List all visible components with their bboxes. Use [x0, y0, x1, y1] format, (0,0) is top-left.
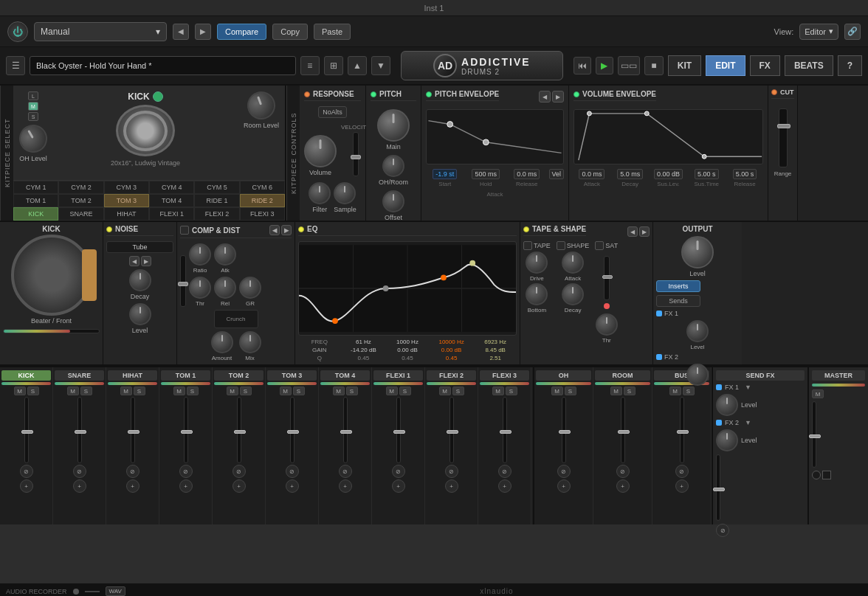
- rewind-btn[interactable]: ⏮: [574, 57, 591, 74]
- noise-decay-knob[interactable]: [129, 269, 151, 291]
- kit-item-tom1[interactable]: TOM 1: [13, 194, 58, 207]
- tom3-add-btn[interactable]: +: [286, 479, 299, 493]
- tom3-mute-btn[interactable]: M: [280, 387, 292, 395]
- sample-knob[interactable]: [334, 182, 356, 204]
- bus-bottom-btn[interactable]: ⊘: [675, 465, 689, 478]
- oh-strip-label[interactable]: OH: [536, 370, 591, 381]
- mix-knob[interactable]: [239, 331, 261, 353]
- kit-item-cym1[interactable]: CYM 1: [13, 181, 58, 194]
- master-mute-btn[interactable]: M: [812, 389, 824, 398]
- tom4-strip-label[interactable]: TOM 4: [320, 370, 370, 381]
- tom4-mute-btn[interactable]: M: [333, 387, 345, 395]
- hihat-strip-label[interactable]: HIHAT: [108, 370, 157, 381]
- thr2-knob[interactable]: [596, 313, 618, 336]
- comp-fader-track[interactable]: [180, 255, 186, 307]
- bus-add-btn[interactable]: +: [675, 479, 689, 493]
- bus-fader-track[interactable]: [680, 397, 684, 463]
- kit-item-cym6[interactable]: CYM 6: [240, 181, 285, 194]
- oh-mute-btn[interactable]: M: [551, 387, 563, 395]
- kick-solo-btn[interactable]: S: [27, 387, 39, 395]
- tab-beats[interactable]: BEATS: [785, 55, 833, 76]
- no-alts-button[interactable]: NoAlts: [318, 106, 347, 118]
- tom4-fader-track[interactable]: [343, 397, 348, 463]
- kit-item-snare[interactable]: SNARE: [58, 207, 103, 221]
- noise-prev[interactable]: ◀: [129, 256, 140, 266]
- flexi2-add-btn[interactable]: +: [445, 479, 458, 493]
- offset-knob[interactable]: [382, 190, 404, 212]
- play-btn[interactable]: ▶: [596, 57, 613, 74]
- oh-fader-track[interactable]: [562, 397, 566, 463]
- flexi3-add-btn[interactable]: +: [498, 479, 512, 493]
- oh-level-knob[interactable]: [14, 119, 52, 158]
- preset-name-box[interactable]: Black Oyster - Hold Your Hand *: [30, 56, 296, 75]
- room-add-btn[interactable]: +: [616, 479, 630, 493]
- kick-fader-track[interactable]: [24, 397, 29, 463]
- tom1-fader-track[interactable]: [184, 397, 188, 463]
- attack2-knob[interactable]: [562, 252, 584, 274]
- snare-strip-label[interactable]: SNARE: [55, 370, 104, 381]
- tom1-add-btn[interactable]: +: [179, 479, 193, 493]
- kit-item-cym3[interactable]: CYM 3: [104, 181, 149, 194]
- flexi3-bottom-btn[interactable]: ⊘: [498, 465, 512, 478]
- hihat-add-btn[interactable]: +: [126, 479, 140, 493]
- tom4-solo-btn[interactable]: S: [346, 387, 358, 395]
- link-button[interactable]: 🔗: [844, 24, 861, 40]
- noise-next[interactable]: ▶: [141, 256, 151, 266]
- tom3-fader-track[interactable]: [290, 397, 294, 463]
- fx2-level-knob[interactable]: [686, 364, 709, 386]
- bus-mute-btn[interactable]: M: [669, 387, 681, 395]
- tab-help[interactable]: ?: [838, 55, 862, 76]
- sat-indicator[interactable]: [604, 303, 610, 309]
- thr-knob[interactable]: [189, 277, 211, 299]
- audio-rec-dot[interactable]: [73, 589, 79, 595]
- decay2-knob[interactable]: [562, 283, 584, 305]
- noise-level-knob[interactable]: [129, 303, 151, 325]
- stop-btn[interactable]: ■: [644, 56, 664, 75]
- amount-knob[interactable]: [211, 331, 233, 353]
- flexi3-mute-btn[interactable]: M: [492, 387, 504, 395]
- tab-fx[interactable]: FX: [750, 55, 780, 76]
- flexi2-mute-btn[interactable]: M: [439, 387, 451, 395]
- bus-solo-btn[interactable]: S: [683, 387, 695, 395]
- kit-item-flexi3[interactable]: FLEXI 3: [240, 207, 285, 221]
- compare-button[interactable]: Compare: [217, 24, 266, 40]
- nav-back-button[interactable]: ◀: [173, 24, 189, 40]
- flexi1-strip-label[interactable]: FLEXI 1: [373, 370, 423, 381]
- send-fx-label[interactable]: SEND FX: [716, 370, 805, 381]
- snare-mute-btn[interactable]: M: [67, 387, 79, 395]
- flexi1-fader-track[interactable]: [396, 397, 401, 463]
- master-strip-label[interactable]: MASTER: [812, 370, 865, 381]
- tom3-bottom-btn[interactable]: ⊘: [286, 465, 299, 478]
- shape-checkbox[interactable]: [557, 241, 565, 250]
- loop-btn[interactable]: ▭▭: [618, 56, 640, 75]
- tab-kit[interactable]: KIT: [668, 55, 701, 76]
- fx2-led[interactable]: [656, 354, 662, 360]
- output-level-knob[interactable]: [681, 236, 714, 268]
- room-mute-btn[interactable]: M: [610, 387, 622, 395]
- kit-item-flexi2[interactable]: FLEXI 2: [194, 207, 239, 221]
- tom2-add-btn[interactable]: +: [232, 479, 246, 493]
- tom2-mute-btn[interactable]: M: [227, 387, 238, 395]
- pitch-env-next[interactable]: ▶: [552, 91, 564, 103]
- master-lock-btn[interactable]: [822, 471, 831, 479]
- tape-checkbox[interactable]: [523, 241, 532, 250]
- tom1-solo-btn[interactable]: S: [187, 387, 199, 395]
- flexi1-solo-btn[interactable]: S: [399, 387, 411, 395]
- snare-fader-track[interactable]: [78, 397, 82, 463]
- kit-item-kick[interactable]: KICK: [13, 207, 58, 221]
- hihat-solo-btn[interactable]: S: [134, 387, 145, 395]
- flexi3-strip-label[interactable]: FLEXI 3: [480, 370, 529, 381]
- gr-knob[interactable]: [239, 277, 261, 299]
- oh-add-btn[interactable]: +: [557, 479, 571, 493]
- oh-solo-btn[interactable]: S: [565, 387, 576, 395]
- snare-solo-btn[interactable]: S: [80, 387, 92, 395]
- tab-edit[interactable]: EDIT: [706, 55, 745, 76]
- next-btn[interactable]: ▼: [371, 56, 390, 75]
- copy-button[interactable]: Copy: [272, 24, 308, 40]
- comp-prev[interactable]: ◀: [269, 225, 280, 235]
- master-fader-track[interactable]: [812, 401, 816, 468]
- master-cam-btn[interactable]: [812, 471, 821, 479]
- wav-btn[interactable]: WAV: [106, 586, 125, 596]
- nav-forward-button[interactable]: ▶: [195, 24, 211, 40]
- snare-bottom-btn[interactable]: ⊘: [73, 465, 86, 478]
